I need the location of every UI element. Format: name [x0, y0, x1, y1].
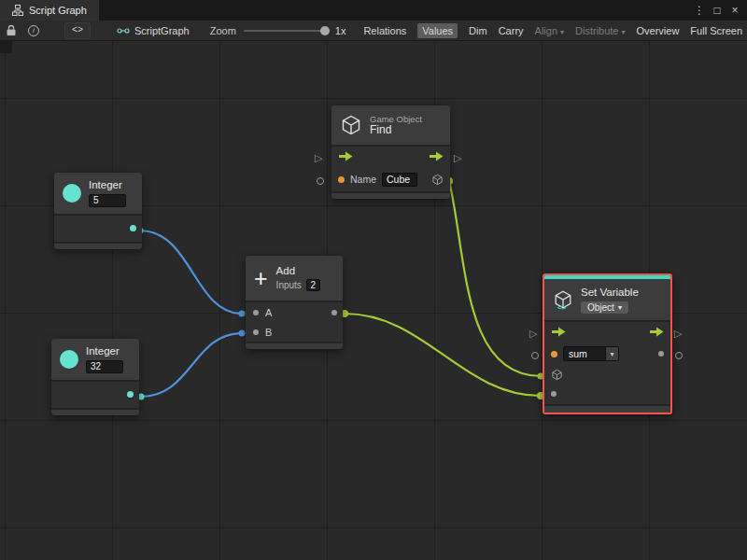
graph-asset[interactable]: ScriptGraph	[117, 25, 190, 36]
wire-endpoint	[239, 330, 246, 337]
node-header: Integer 5	[54, 173, 142, 216]
node-integer-32[interactable]: Integer 32	[51, 339, 139, 415]
name-input-port[interactable]	[338, 176, 345, 183]
node-header: <> Set Variable Object▾	[544, 279, 670, 322]
node-title: Set Variable	[581, 287, 639, 299]
node-footer	[544, 404, 670, 413]
flow-port-row	[544, 322, 670, 343]
wire-endpoint	[239, 311, 246, 317]
window-menu-icon[interactable]: ⋮	[692, 4, 707, 17]
info-icon: i	[28, 25, 39, 36]
info-button[interactable]: i	[25, 22, 42, 39]
canvas-corner	[0, 41, 12, 53]
input-ring-icon[interactable]	[531, 352, 539, 359]
graph-canvas[interactable]: Integer 5 Integer 32 + Add	[0, 41, 747, 560]
flow-out-triangle-icon[interactable]: ▷	[674, 329, 682, 339]
relations-button[interactable]: Relations	[363, 25, 406, 36]
flow-in-triangle-icon[interactable]: ▷	[315, 153, 322, 163]
add-icon: +	[254, 268, 268, 288]
gameobject-output-icon[interactable]	[431, 174, 444, 186]
window-controls: ⋮ □ ×	[692, 0, 747, 21]
port-a-label: A	[265, 307, 272, 318]
variable-name-port[interactable]	[551, 351, 557, 357]
graph-tab-icon	[12, 5, 23, 16]
title-bar: Script Graph ⋮ □ ×	[0, 0, 747, 21]
flow-in-triangle-icon[interactable]: ▷	[529, 329, 537, 339]
integer-icon	[60, 350, 78, 369]
caret-down-icon: ▾	[605, 347, 618, 360]
flow-out-arrow-icon[interactable]	[649, 327, 664, 337]
source-port-row	[544, 365, 670, 384]
node-integer-5[interactable]: Integer 5	[54, 173, 142, 249]
integer-value-field[interactable]: 32	[86, 360, 123, 373]
caret-down-icon: ▾	[622, 28, 626, 36]
flow-in-arrow-icon[interactable]	[551, 327, 566, 337]
node-header: + Add Inputs 2	[246, 256, 343, 302]
value-output-port[interactable]	[658, 351, 664, 357]
variable-scope-dropdown[interactable]: Object▾	[581, 301, 628, 314]
values-button[interactable]: Values	[417, 23, 458, 38]
flow-out-triangle-icon[interactable]: ▷	[454, 153, 461, 163]
inputs-label: Inputs	[276, 280, 302, 290]
port-row-b: B	[246, 322, 343, 342]
fullscreen-button[interactable]: Full Screen	[690, 25, 742, 36]
zoom-slider-track	[244, 30, 330, 32]
node-gameobject-find[interactable]: Game Object Find Name Cube	[331, 105, 450, 199]
node-footer	[51, 408, 139, 415]
close-icon[interactable]: ×	[727, 4, 742, 17]
lock-button[interactable]	[3, 22, 20, 39]
toolbar-buttons: Relations Values Dim Carry Align▾ Distri…	[363, 23, 747, 38]
flow-in-arrow-icon[interactable]	[338, 151, 353, 161]
node-set-variable[interactable]: <> Set Variable Object▾	[543, 273, 672, 414]
carry-button[interactable]: Carry	[499, 25, 524, 36]
port-b-label: B	[265, 327, 272, 338]
output-port[interactable]	[127, 391, 134, 398]
connection-integer32-to-add-b	[141, 333, 242, 397]
port-row-a: A	[246, 302, 343, 322]
inputs-count-field[interactable]: 2	[306, 279, 320, 291]
node-title: Integer	[89, 179, 126, 191]
overview-button[interactable]: Overview	[637, 25, 680, 36]
node-title: Integer	[86, 345, 123, 357]
connection-integer5-to-add-a	[140, 231, 242, 314]
caret-down-icon: ▾	[560, 28, 564, 36]
graph-asset-name: ScriptGraph	[134, 25, 190, 36]
value-input-port[interactable]	[551, 391, 557, 397]
zoom-slider[interactable]	[244, 24, 330, 37]
input-port-b[interactable]	[253, 329, 259, 335]
node-footer	[331, 191, 450, 199]
input-ring-icon[interactable]	[317, 177, 324, 185]
node-footer	[54, 242, 142, 249]
align-button[interactable]: Align▾	[535, 25, 564, 36]
name-port-row: Name Cube	[331, 167, 450, 191]
code-icon: <>	[72, 25, 83, 35]
lock-icon	[6, 24, 17, 36]
maximize-icon[interactable]: □	[710, 4, 725, 17]
zoom-label: Zoom	[210, 25, 236, 36]
output-ring-icon[interactable]	[675, 352, 683, 359]
value-input-row	[544, 384, 670, 404]
name-value-field[interactable]: Cube	[382, 173, 417, 187]
distribute-button[interactable]: Distribute▾	[575, 25, 625, 36]
input-port-a[interactable]	[253, 310, 259, 315]
dim-button[interactable]: Dim	[469, 25, 487, 36]
output-port-sum[interactable]	[331, 310, 337, 315]
zoom-slider-handle[interactable]	[320, 26, 330, 35]
node-add[interactable]: + Add Inputs 2 A B	[246, 256, 343, 349]
node-header: Integer 32	[51, 339, 139, 382]
connection-find-to-setvariable-source	[449, 181, 541, 376]
variable-name-row: sum ▾	[544, 343, 670, 365]
integer-value-field[interactable]: 5	[89, 194, 126, 207]
node-title: Find	[370, 124, 422, 136]
integer-icon	[63, 184, 81, 203]
tab-script-graph[interactable]: Script Graph	[0, 0, 99, 21]
graph-inspector-button[interactable]: <>	[64, 22, 91, 39]
connection-add-to-setvariable-value	[345, 314, 541, 396]
flow-out-arrow-icon[interactable]	[429, 151, 444, 161]
script-graph-icon	[117, 25, 130, 36]
node-body	[51, 382, 139, 408]
output-port[interactable]	[130, 225, 136, 231]
source-gameobject-port-icon[interactable]	[551, 369, 563, 381]
graph-toolbar: i <> ScriptGraph Zoom 1x Relations Value…	[0, 21, 747, 41]
variable-name-dropdown[interactable]: sum ▾	[563, 346, 619, 361]
